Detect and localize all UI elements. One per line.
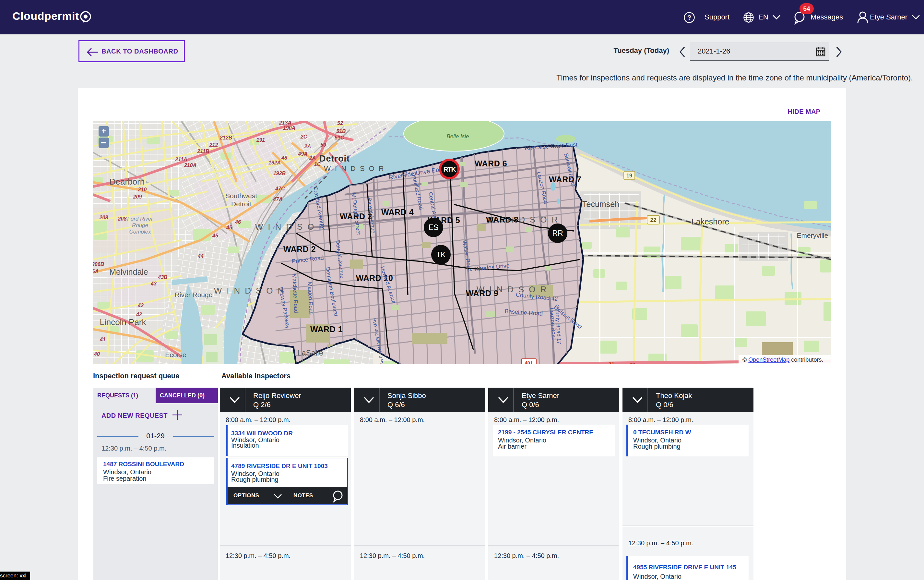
svg-text:Tecumseh: Tecumseh — [582, 199, 619, 209]
svg-text:WARD 8: WARD 8 — [486, 215, 518, 224]
svg-text:Dearborn: Dearborn — [110, 177, 145, 186]
svg-text:51B: 51B — [336, 129, 345, 134]
svg-text:210A: 210A — [184, 163, 196, 168]
svg-text:43B: 43B — [158, 274, 167, 280]
svg-text:?: ? — [687, 14, 691, 21]
svg-text:50: 50 — [320, 142, 326, 148]
svg-text:Lakeshore: Lakeshore — [692, 217, 730, 226]
svg-text:47A: 47A — [273, 196, 283, 202]
svg-text:19: 19 — [626, 173, 632, 178]
svg-text:RR: RR — [552, 229, 563, 237]
svg-text:191: 191 — [256, 137, 265, 143]
svg-text:2A: 2A — [304, 144, 311, 149]
svg-text:RTK: RTK — [443, 165, 456, 173]
svg-text:Emeryville: Emeryville — [797, 232, 829, 239]
svg-text:40: 40 — [94, 351, 100, 357]
svg-text:Complex: Complex — [129, 229, 151, 235]
svg-text:Belle Isle: Belle Isle — [447, 133, 469, 140]
svg-text:190A: 190A — [283, 125, 295, 131]
svg-text:TK: TK — [436, 250, 446, 259]
svg-text:Rouge: Rouge — [132, 222, 148, 228]
svg-text:45: 45 — [212, 233, 219, 239]
svg-text:212: 212 — [209, 142, 218, 148]
svg-text:Ecorse: Ecorse — [165, 351, 186, 358]
svg-text:211B: 211B — [197, 148, 209, 154]
svg-text:206B: 206B — [93, 262, 104, 267]
svg-text:44: 44 — [197, 253, 204, 259]
svg-text:6A: 6A — [93, 269, 99, 274]
svg-text:212B: 212B — [219, 135, 232, 140]
svg-text:Lincoln Park: Lincoln Park — [100, 317, 146, 327]
svg-text:21: 21 — [608, 361, 614, 364]
svg-text:42: 42 — [136, 312, 142, 317]
svg-text:210: 210 — [138, 187, 147, 192]
svg-text:ES: ES — [429, 223, 439, 232]
svg-text:LaSalle: LaSalle — [297, 348, 323, 357]
svg-text:1C: 1C — [314, 161, 321, 167]
svg-text:208: 208 — [118, 216, 127, 222]
svg-text:Detroit: Detroit — [319, 154, 350, 163]
svg-text:192B: 192B — [273, 171, 286, 176]
svg-text:2C: 2C — [300, 134, 307, 140]
svg-text:Melvindale: Melvindale — [109, 267, 148, 276]
svg-text:River Rouge: River Rouge — [175, 291, 213, 298]
svg-text:192A: 192A — [268, 160, 281, 165]
svg-text:42: 42 — [138, 303, 144, 308]
svg-text:41: 41 — [100, 337, 106, 342]
svg-text:46: 46 — [235, 219, 241, 225]
svg-text:WINDSOR: WINDSOR — [214, 286, 289, 295]
svg-text:401: 401 — [524, 360, 533, 364]
svg-text:WINDSOR: WINDSOR — [324, 165, 388, 173]
svg-text:209: 209 — [133, 194, 142, 199]
svg-text:Ford River: Ford River — [127, 216, 153, 222]
svg-text:Southwest: Southwest — [225, 192, 257, 199]
svg-text:51C: 51C — [335, 135, 344, 140]
svg-text:47C: 47C — [275, 186, 285, 191]
svg-text:2A: 2A — [309, 155, 316, 161]
svg-text:WARD 4: WARD 4 — [381, 208, 414, 217]
svg-text:21: 21 — [630, 362, 636, 364]
svg-text:WARD 9: WARD 9 — [466, 289, 498, 298]
svg-text:48: 48 — [281, 155, 287, 161]
svg-text:52: 52 — [337, 121, 343, 126]
svg-text:WARD 1: WARD 1 — [310, 325, 343, 334]
svg-text:© OpenStreetMap contributors.: © OpenStreetMap contributors. — [742, 356, 823, 363]
svg-text:208: 208 — [99, 215, 108, 220]
svg-text:Detroit: Detroit — [231, 200, 251, 208]
svg-text:22: 22 — [650, 217, 656, 223]
svg-text:WARD 2: WARD 2 — [283, 245, 316, 254]
svg-text:45: 45 — [226, 225, 232, 230]
svg-text:43: 43 — [150, 281, 156, 287]
svg-text:+: + — [102, 127, 106, 135]
svg-text:WARD 7: WARD 7 — [549, 175, 581, 184]
svg-text:WARD 6: WARD 6 — [475, 159, 507, 168]
svg-text:49A: 49A — [298, 151, 307, 157]
svg-text:211A: 211A — [175, 157, 187, 162]
